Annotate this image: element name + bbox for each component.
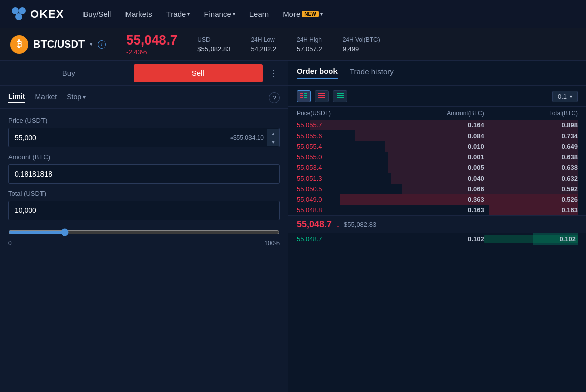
view-both-icon bbox=[300, 93, 307, 100]
nav-finance[interactable]: Finance ▾ bbox=[204, 10, 235, 18]
table-row[interactable]: 55,051.3 0.040 0.632 bbox=[288, 173, 586, 184]
sell-price: 55,048.8 bbox=[297, 206, 390, 214]
nav-more[interactable]: More NEW ▾ bbox=[283, 10, 323, 18]
pair-info-icon[interactable]: i bbox=[98, 40, 106, 49]
navigation: OKEX Buy/Sell Markets Trade ▾ Finance ▾ … bbox=[0, 0, 586, 28]
table-row[interactable]: 55,048.7 0.102 0.102 bbox=[288, 233, 586, 245]
sell-price: 55,055.6 bbox=[297, 132, 390, 140]
precision-chevron-icon: ▾ bbox=[570, 94, 572, 99]
sell-amount: 0.010 bbox=[390, 143, 484, 150]
svg-rect-3 bbox=[300, 93, 303, 94]
view-btn-buy[interactable] bbox=[333, 90, 347, 102]
finance-chevron-icon: ▾ bbox=[233, 11, 235, 17]
amount-input[interactable] bbox=[9, 165, 279, 183]
nav-links: Buy/Sell Markets Trade ▾ Finance ▾ Learn… bbox=[83, 10, 322, 18]
tab-trade-history[interactable]: Trade history bbox=[350, 67, 394, 79]
sell-price: 55,050.5 bbox=[297, 185, 390, 193]
sell-total: 0.638 bbox=[484, 164, 578, 171]
price-up-button[interactable]: ▲ bbox=[267, 129, 279, 138]
svg-point-0 bbox=[12, 7, 19, 14]
okex-logo-icon bbox=[10, 6, 27, 23]
svg-rect-13 bbox=[337, 95, 344, 96]
svg-rect-10 bbox=[318, 95, 325, 96]
total-input[interactable] bbox=[9, 201, 279, 220]
precision-selector[interactable]: 0.1 ▾ bbox=[552, 91, 578, 102]
view-buy-icon bbox=[337, 93, 344, 100]
table-row[interactable]: 55,055.4 0.010 0.649 bbox=[288, 141, 586, 152]
price-steppers: ▲ ▼ bbox=[267, 129, 279, 146]
svg-rect-7 bbox=[300, 97, 303, 98]
nav-learn[interactable]: Learn bbox=[249, 10, 269, 18]
svg-rect-14 bbox=[337, 97, 344, 98]
nav-markets[interactable]: Markets bbox=[125, 10, 152, 18]
sell-total: 0.163 bbox=[484, 206, 578, 214]
order-type-market[interactable]: Market bbox=[35, 93, 57, 103]
svg-rect-12 bbox=[337, 93, 344, 94]
tab-orderbook[interactable]: Order book bbox=[297, 67, 338, 79]
sell-amount: 0.001 bbox=[390, 153, 484, 161]
view-btn-both[interactable] bbox=[297, 90, 311, 102]
table-row[interactable]: 55,048.8 0.163 0.163 bbox=[288, 205, 586, 215]
sell-price: 55,049.0 bbox=[297, 196, 390, 203]
sell-total: 0.898 bbox=[484, 121, 578, 129]
pair-name: BTC/USDT bbox=[33, 38, 85, 50]
buy-tab[interactable]: Buy bbox=[4, 64, 134, 82]
sell-amount: 0.040 bbox=[390, 175, 484, 182]
sell-total: 0.734 bbox=[484, 132, 578, 140]
help-button[interactable]: ? bbox=[269, 92, 280, 103]
table-row[interactable]: 55,050.5 0.066 0.592 bbox=[288, 184, 586, 194]
slider-labels: 0 100% bbox=[8, 240, 280, 247]
more-chevron-icon: ▾ bbox=[320, 11, 323, 17]
ticker-price: 55,048.7 bbox=[126, 33, 177, 48]
low-label: 24H Low bbox=[250, 36, 276, 43]
buy-orders: 55,048.7 0.102 0.102 bbox=[288, 233, 586, 245]
form-menu-icon[interactable]: ⋮ bbox=[263, 68, 284, 79]
price-approx: ≈$55,034.10 bbox=[230, 134, 267, 141]
orderbook-table-header: Price(USDT) Amount(BTC) Total(BTC) bbox=[288, 107, 586, 120]
svg-rect-6 bbox=[304, 95, 307, 96]
view-btn-sell[interactable] bbox=[315, 90, 329, 102]
slider-min-label: 0 bbox=[8, 240, 12, 247]
table-row[interactable]: 55,049.0 0.363 0.526 bbox=[288, 194, 586, 205]
order-type-stop[interactable]: Stop ▾ bbox=[67, 93, 86, 103]
table-row[interactable]: 55,053.4 0.005 0.638 bbox=[288, 162, 586, 173]
sell-total: 0.649 bbox=[484, 143, 578, 150]
high-value: 57,057.2 bbox=[297, 45, 322, 53]
sell-total: 0.526 bbox=[484, 196, 578, 203]
stop-chevron-icon: ▾ bbox=[83, 94, 86, 100]
price-down-button[interactable]: ▼ bbox=[267, 138, 279, 146]
table-row[interactable]: 55,055.6 0.084 0.734 bbox=[288, 130, 586, 141]
table-row[interactable]: 55,055.7 0.164 0.898 bbox=[288, 120, 586, 130]
pair-dropdown-icon: ▾ bbox=[90, 41, 93, 48]
amount-slider[interactable] bbox=[8, 228, 280, 236]
trade-chevron-icon: ▾ bbox=[187, 11, 190, 17]
order-type-limit[interactable]: Limit bbox=[8, 92, 25, 103]
sell-orders: 55,055.7 0.164 0.898 55,055.6 0.084 0.73… bbox=[288, 120, 586, 215]
ticker-vol: 24H Vol(BTC) 9,499 bbox=[343, 36, 380, 53]
nav-buy-sell[interactable]: Buy/Sell bbox=[83, 10, 111, 18]
nav-trade[interactable]: Trade ▾ bbox=[166, 10, 190, 18]
amount-label: Amount (BTC) bbox=[8, 153, 280, 161]
price-input-wrap: ≈$55,034.10 ▲ ▼ bbox=[8, 128, 280, 147]
sell-amount: 0.363 bbox=[390, 196, 484, 203]
sell-total: 0.632 bbox=[484, 175, 578, 182]
sell-tab[interactable]: Sell bbox=[134, 64, 263, 82]
sell-price: 55,051.3 bbox=[297, 175, 390, 182]
precision-value: 0.1 bbox=[558, 93, 567, 100]
price-input[interactable] bbox=[9, 128, 230, 147]
logo-text: OKEX bbox=[30, 8, 64, 21]
low-value: 54,282.2 bbox=[250, 45, 276, 53]
sell-total: 0.638 bbox=[484, 153, 578, 161]
table-row[interactable]: 55,055.0 0.001 0.638 bbox=[288, 152, 586, 162]
current-price-usd: $55,082.83 bbox=[344, 221, 376, 228]
svg-rect-9 bbox=[318, 93, 325, 94]
total-input-wrap bbox=[8, 201, 280, 220]
buy-price: 55,048.7 bbox=[297, 235, 390, 243]
order-types-bar: Limit Market Stop ▾ ? bbox=[0, 86, 288, 109]
sell-amount: 0.005 bbox=[390, 164, 484, 171]
sell-amount: 0.163 bbox=[390, 206, 484, 214]
price-field-group: Price (USDT) ≈$55,034.10 ▲ ▼ bbox=[8, 117, 280, 147]
pair-info[interactable]: ₿ BTC/USDT ▾ i bbox=[10, 35, 106, 54]
logo[interactable]: OKEX bbox=[10, 6, 64, 23]
buy-amount: 0.102 bbox=[390, 235, 484, 243]
